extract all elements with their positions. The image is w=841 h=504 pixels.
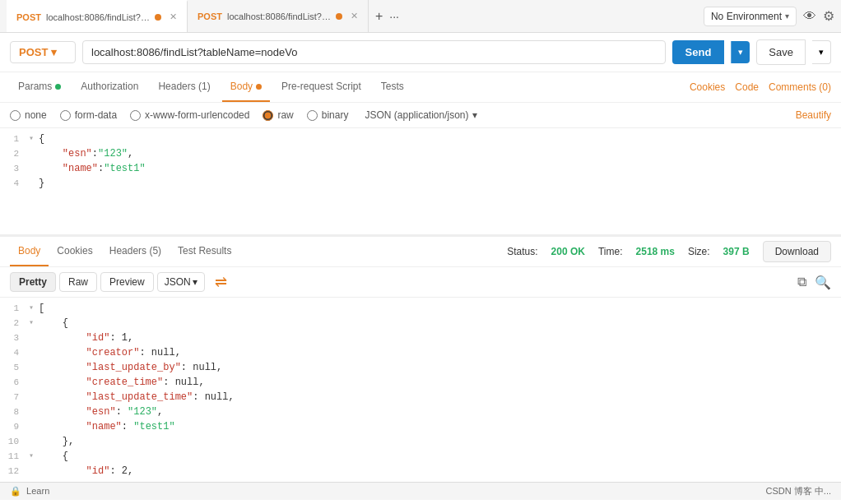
json-type-chevron: ▾ — [472, 109, 477, 121]
resp-line-4: 4 "creator": null, — [0, 345, 841, 360]
top-right: No Environment ▾ 👁 ⚙ — [704, 7, 834, 26]
new-tab-button[interactable]: + — [375, 9, 383, 24]
req-line-3: 3 "name":"test1" — [0, 161, 841, 176]
request-body-editor[interactable]: 1 ▾ { 2 "esn":"123", 3 "name":"test1" 4 … — [0, 128, 841, 235]
tab-headers[interactable]: Headers (1) — [150, 72, 218, 102]
resp-line-1: 1 ▾ [ — [0, 301, 841, 316]
format-preview-button[interactable]: Preview — [100, 272, 154, 292]
resp-line-9: 9 "name": "test1" — [0, 419, 841, 434]
resp-tab-body-label: Body — [18, 245, 40, 257]
wrap-icon[interactable]: ⇌ — [215, 273, 227, 291]
resp-tab-testresults[interactable]: Test Results — [170, 237, 239, 266]
tab-prerequest[interactable]: Pre-request Script — [273, 72, 369, 102]
resp-tab-headers[interactable]: Headers (5) — [101, 237, 170, 266]
body-dot — [256, 84, 262, 90]
url-input[interactable] — [82, 40, 666, 64]
params-dot — [55, 84, 61, 90]
status-bar-left: 🔒 Learn — [10, 486, 49, 497]
method-select[interactable]: POST ▾ — [10, 41, 76, 63]
gear-icon[interactable]: ⚙ — [823, 8, 834, 24]
method-chevron: ▾ — [51, 46, 57, 58]
tab-1-url: localhost:8086/findList?tableNa — [46, 12, 150, 22]
status-bar: 🔒 Learn CSDN 博客 中... — [0, 482, 841, 500]
body-raw[interactable]: raw — [263, 109, 293, 121]
environment-select[interactable]: No Environment ▾ — [704, 7, 797, 26]
resp-tab-testresults-label: Test Results — [178, 245, 231, 257]
size-label: Size: — [688, 246, 710, 257]
tab-tests[interactable]: Tests — [373, 72, 412, 102]
resp-tab-body[interactable]: Body — [10, 237, 49, 266]
tab-params-label: Params — [18, 81, 52, 92]
response-json-select[interactable]: JSON ▾ — [157, 272, 205, 292]
req-tab-right: Cookies Code Comments (0) — [690, 81, 831, 93]
env-label: No Environment — [711, 11, 782, 22]
response-body-code[interactable]: 1 ▾ [ 2 ▾ { 3 "id": 1, 4 "creator": null… — [0, 298, 841, 482]
response-format-bar: Pretty Raw Preview JSON ▾ ⇌ ⧉ 🔍 — [0, 267, 841, 298]
resp-line-2: 2 ▾ { — [0, 316, 841, 331]
save-button[interactable]: Save — [756, 39, 806, 65]
tab-authorization[interactable]: Authorization — [72, 72, 146, 102]
body-binary[interactable]: binary — [307, 109, 349, 121]
tab-2[interactable]: POST localhost:8086/findList?tableNa ✕ — [188, 0, 369, 32]
response-json-chevron: ▾ — [193, 276, 197, 288]
req-line-2: 2 "esn":"123", — [0, 146, 841, 161]
body-none[interactable]: none — [10, 109, 47, 121]
response-section: Body Cookies Headers (5) Test Results St… — [0, 235, 841, 482]
env-chevron: ▾ — [785, 12, 789, 21]
json-type-label: JSON (application/json) — [365, 109, 468, 121]
body-options: none form-data x-www-form-urlencoded raw… — [0, 103, 841, 128]
resp-line-8: 8 "esn": "123", — [0, 405, 841, 419]
status-bar-right: CSDN 博客 中... — [766, 485, 831, 497]
send-dropdown-button[interactable]: ▾ — [731, 41, 750, 63]
tab-1[interactable]: POST localhost:8086/findList?tableNa ✕ — [7, 0, 188, 32]
tab-body-label: Body — [230, 81, 253, 92]
cookies-link[interactable]: Cookies — [690, 81, 725, 93]
format-pretty-button[interactable]: Pretty — [10, 272, 56, 292]
status-label: Status: — [507, 246, 537, 257]
tab-2-url: localhost:8086/findList?tableNa — [227, 12, 331, 21]
send-button[interactable]: Send — [672, 40, 725, 64]
tab-tests-label: Tests — [381, 81, 404, 92]
tab-headers-label: Headers (1) — [158, 81, 210, 92]
resp-line-11: 11 ▾ { — [0, 449, 841, 464]
body-formdata[interactable]: form-data — [60, 109, 117, 121]
comments-link[interactable]: Comments (0) — [769, 81, 831, 93]
code-link[interactable]: Code — [735, 81, 759, 93]
tab-params[interactable]: Params — [10, 72, 69, 102]
tab-authorization-label: Authorization — [81, 81, 138, 92]
tab-body[interactable]: Body — [222, 72, 270, 102]
response-json-label: JSON — [165, 276, 191, 288]
tab-bar: POST localhost:8086/findList?tableNa ✕ P… — [0, 0, 841, 33]
status-value: 200 OK — [551, 246, 585, 257]
tab-1-close[interactable]: ✕ — [170, 12, 177, 22]
resp-tab-cookies[interactable]: Cookies — [49, 237, 100, 266]
tab-prerequest-label: Pre-request Script — [281, 81, 361, 92]
resp-line-10: 10 }, — [0, 434, 841, 449]
resp-tab-cookies-label: Cookies — [57, 245, 92, 257]
method-value: POST — [19, 46, 48, 58]
copy-icon[interactable]: ⧉ — [797, 275, 806, 290]
save-dropdown-button[interactable]: ▾ — [812, 40, 831, 64]
tab-1-method: POST — [16, 12, 41, 22]
beautify-button[interactable]: Beautify — [796, 109, 831, 121]
search-icon[interactable]: 🔍 — [815, 275, 831, 290]
time-value: 2518 ms — [636, 246, 675, 257]
resp-line-5: 5 "last_update_by": null, — [0, 360, 841, 375]
format-raw-button[interactable]: Raw — [59, 272, 97, 292]
req-line-4: 4 } — [0, 176, 841, 191]
resp-tab-headers-label: Headers (5) — [109, 245, 161, 257]
tab-overflow-button[interactable]: ··· — [389, 10, 399, 23]
download-button[interactable]: Download — [763, 241, 831, 262]
tab-1-dot — [155, 14, 161, 21]
request-tabs: Params Authorization Headers (1) Body Pr… — [0, 72, 841, 103]
url-bar: POST ▾ Send ▾ Save ▾ — [0, 33, 841, 72]
tab-2-close[interactable]: ✕ — [351, 11, 358, 21]
resp-line-3: 3 "id": 1, — [0, 331, 841, 345]
size-value: 397 B — [723, 246, 750, 257]
eye-icon[interactable]: 👁 — [803, 9, 816, 24]
json-type-select[interactable]: JSON (application/json) ▾ — [365, 109, 476, 121]
body-urlencoded[interactable]: x-www-form-urlencoded — [130, 109, 249, 121]
tab-2-method: POST — [197, 12, 222, 21]
resp-line-6: 6 "create_time": null, — [0, 375, 841, 390]
time-label: Time: — [598, 246, 623, 257]
